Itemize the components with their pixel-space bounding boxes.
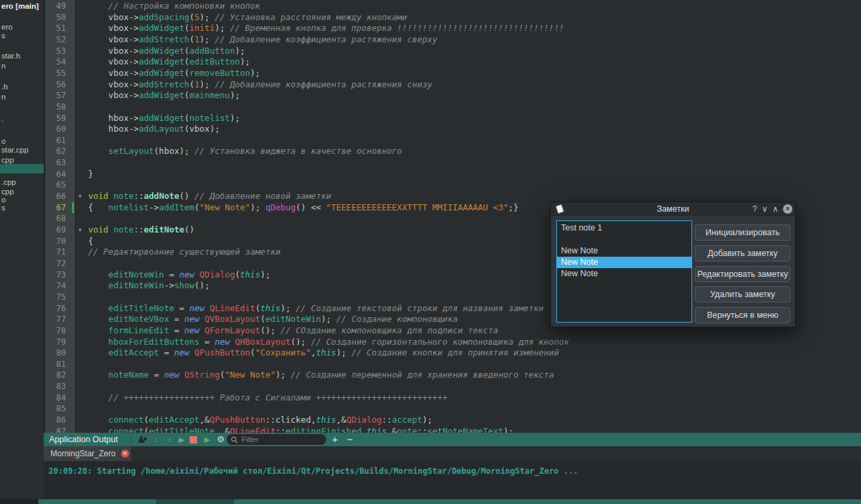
dialog-shade-button[interactable]: ∨ xyxy=(761,204,768,214)
tab-morningstar-zero[interactable]: MorningStar_Zero✕ xyxy=(44,446,131,461)
code-token: ); xyxy=(503,426,513,433)
note-list-item[interactable]: New Note xyxy=(557,245,691,257)
dialog-titlebar[interactable]: Заметки ? ∨ ∧ × xyxy=(551,202,795,216)
file-tree-item[interactable]: cpp xyxy=(1,155,14,165)
code-token: ( xyxy=(184,113,190,123)
code-token: vbox-> xyxy=(88,46,139,56)
code-token: // Добавление коэффициента растяжения св… xyxy=(215,34,437,44)
code-token: = xyxy=(164,269,180,280)
dialog-button-2[interactable]: Добавить заметку xyxy=(695,245,790,261)
code-token: -> xyxy=(149,202,159,212)
line-number: 60 xyxy=(45,124,66,135)
code-token xyxy=(88,146,108,156)
line-number: 72 xyxy=(45,258,66,269)
code-line: // ++++++++++++++++++ Работа с Сигналами… xyxy=(88,392,447,404)
fold-marker-icon[interactable]: ▾ xyxy=(75,224,85,236)
code-token: // СОздание компоновщика для подписи тек… xyxy=(280,325,498,335)
dialog-button-5[interactable]: Вернуться в меню xyxy=(695,307,790,323)
dialog-help-button[interactable]: ? xyxy=(753,204,757,214)
file-tree-item[interactable]: star.cpp xyxy=(1,145,28,155)
code-token: editNoteWin xyxy=(265,314,321,324)
line-number: 50 xyxy=(45,12,66,24)
line-number: 62 xyxy=(45,146,66,157)
code-line: vbox->addStretch(1); // Добавление коэфф… xyxy=(88,79,433,91)
code-token: // Создание кнопки для принятия изменени… xyxy=(351,347,559,358)
line-number: 67 xyxy=(45,202,66,214)
run-to-cursor-icon[interactable]: ▶ xyxy=(201,433,213,446)
output-filter-field[interactable] xyxy=(227,434,326,445)
note-list-item[interactable]: New Note xyxy=(557,268,691,280)
stop-icon[interactable] xyxy=(190,436,197,444)
code-token: :: xyxy=(382,415,392,425)
line-number: 56 xyxy=(45,79,66,91)
line-number: 59 xyxy=(45,113,66,124)
code-token: addWidget xyxy=(139,90,184,100)
search-icon xyxy=(231,436,238,444)
code-line: vbox->addWidget(editButton); xyxy=(88,56,250,68)
code-token xyxy=(88,269,108,280)
file-tree-item[interactable]: .cpp xyxy=(1,177,16,187)
code-token: // Создание переменной для хранения введ… xyxy=(291,370,554,380)
zoom-out-output-button[interactable]: − xyxy=(344,433,355,446)
line-number: 81 xyxy=(45,359,66,370)
code-token: // Создание компоновщика xyxy=(336,314,458,324)
file-tree-item[interactable]: . xyxy=(1,114,3,124)
code-line: { notelist->addItem("New Note"); qDebug(… xyxy=(88,202,519,214)
application-output-area[interactable]: 20:09:28: Starting /home/eixini/Рабочий … xyxy=(44,461,861,499)
run-icon[interactable]: ▶ xyxy=(176,433,188,446)
dialog-unshade-button[interactable]: ∧ xyxy=(772,204,778,214)
code-token: vbox-> xyxy=(88,23,139,33)
dialog-button-4[interactable]: Удалить заметку xyxy=(695,286,790,302)
line-number-gutter[interactable]: 4950515253545556575859606162636465666768… xyxy=(45,0,75,433)
note-list-item[interactable] xyxy=(557,234,691,245)
notes-list[interactable]: Test note 1New NoteNew NoteNew Note xyxy=(556,220,692,323)
file-tree-item[interactable]: n xyxy=(1,61,5,71)
code-token: ,& xyxy=(200,415,210,425)
next-item-icon[interactable]: › xyxy=(163,433,176,446)
code-line: vbox->addWidget(initi); // Временная кно… xyxy=(88,23,564,34)
code-token: addWidget xyxy=(139,68,184,78)
attach-process-icon[interactable] xyxy=(137,435,148,444)
code-token: note xyxy=(114,191,134,201)
zoom-in-output-button[interactable]: + xyxy=(330,433,340,446)
code-token: (); xyxy=(260,325,280,335)
file-tree-item[interactable]: s xyxy=(1,31,5,40)
code-token: new xyxy=(174,347,190,358)
file-tree-item[interactable]: .h xyxy=(1,82,8,91)
line-number: 76 xyxy=(45,303,66,314)
file-tree-item-selected[interactable] xyxy=(0,164,44,173)
code-token: ( xyxy=(190,12,195,22)
code-line: } xyxy=(88,169,93,180)
filter-input[interactable] xyxy=(241,434,322,445)
note-list-item[interactable]: New Note xyxy=(557,257,691,268)
code-token: ); xyxy=(230,113,240,123)
code-token: addLayout xyxy=(139,124,184,134)
tab-close-icon[interactable]: ✕ xyxy=(121,450,129,458)
output-settings-gear-icon[interactable]: ⚙ xyxy=(215,433,227,446)
code-token: editNoteWin xyxy=(108,269,164,280)
fold-marker-icon[interactable]: ▾ xyxy=(75,191,85,202)
dialog-button-1[interactable]: Инициализировать xyxy=(695,224,790,241)
code-token: addButton xyxy=(190,46,235,56)
code-token: ( xyxy=(190,34,195,44)
dialog-close-button[interactable]: × xyxy=(783,204,792,214)
file-tree-item[interactable]: n xyxy=(1,92,5,101)
code-token: ); xyxy=(280,303,296,313)
code-token: vbox-> xyxy=(88,12,139,22)
code-token: note xyxy=(114,224,134,235)
dialog-button-3[interactable]: Редактировать заметку xyxy=(695,266,790,282)
code-token: ); xyxy=(235,46,245,56)
file-tree-item[interactable]: o xyxy=(1,136,5,146)
project-file-tree[interactable]: ero [main]erosstar.hn.hn.ostar.cppcpp.cp… xyxy=(0,0,44,499)
previous-item-icon[interactable]: ‹ xyxy=(150,433,162,446)
file-tree-item[interactable]: s xyxy=(1,203,5,212)
code-token xyxy=(190,347,195,358)
file-tree-item[interactable]: ero xyxy=(1,22,13,32)
code-token: = xyxy=(149,370,164,380)
code-line: vbox->addStretch(1); // Добавление коэфф… xyxy=(88,34,437,46)
file-tree-item[interactable]: ero [main] xyxy=(1,1,39,11)
code-token: (); xyxy=(194,280,210,290)
file-tree-item[interactable]: star.h xyxy=(1,51,20,60)
note-list-item[interactable]: Test note 1 xyxy=(557,222,691,234)
code-token: QVBoxLayout xyxy=(204,314,260,324)
